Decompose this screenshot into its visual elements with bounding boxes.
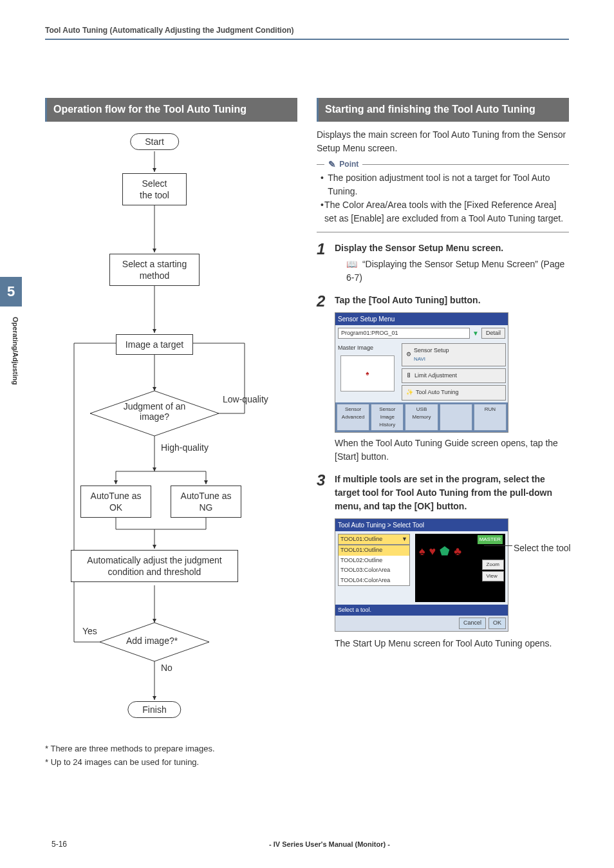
tool-btn-text: Tool Auto Tuning (416, 388, 459, 397)
cancel-button[interactable]: Cancel (459, 618, 486, 629)
limit-btn-text: Limit Adjustment (414, 372, 457, 381)
tool-option-2[interactable]: TOOL02:Outline (339, 556, 409, 566)
limit-icon: 🎚 (406, 372, 412, 381)
master-image-label: Master Image (338, 344, 397, 353)
flowchart: Start Select the tool Select a starting … (45, 127, 297, 739)
running-header: Tool Auto Tuning (Automatically Adjustin… (45, 26, 569, 40)
step-1: 1 Display the Sensor Setup Menu screen. … (317, 241, 569, 285)
flow-autotune-ok-text: AutoTune as OK (91, 491, 142, 513)
ok-button[interactable]: OK (488, 618, 506, 629)
flow-judgment-label: Judgment of an image? (117, 401, 192, 422)
right-section-title: Starting and finishing the Tool Auto Tun… (317, 98, 569, 122)
flow-autotune-ng-text: AutoTune as NG (181, 491, 232, 513)
page-number: 5-16 (51, 840, 90, 849)
book-icon: 📖 (346, 259, 357, 269)
usb-memory-button[interactable]: USB Memory (405, 404, 438, 431)
step-2-after: When the Tool Auto Tuning Guide screen o… (335, 437, 569, 464)
sshot2-title: Tool Auto Tuning > Select Tool (335, 519, 508, 531)
select-tool-screenshot: Tool Auto Tuning > Select Tool TOOL01:Ou… (335, 518, 508, 632)
step-2: 2 Tap the [Tool Auto Tuning] button. Sen… (317, 294, 569, 464)
step-2-title: Tap the [Tool Auto Tuning] button. (335, 294, 569, 307)
page-footer: 5-16 - IV Series User's Manual (Monitor)… (51, 840, 569, 849)
prompt-bar: Select a tool. (335, 605, 508, 616)
sensor-setup-navi-button[interactable]: ⚙ Sensor Setup NAVI (402, 343, 506, 366)
dropdown-icon[interactable]: ▼ (472, 328, 479, 338)
doc-title: - IV Series User's Manual (Monitor) - (90, 840, 569, 848)
flow-high-quality-label: High-quality (161, 442, 209, 453)
point-1: The position adjustment tool is not a ta… (328, 171, 565, 198)
step-3-after: The Start Up Menu screen for Tool Auto T… (335, 637, 569, 650)
flow-select-method-text: Select a starting method (122, 259, 187, 281)
blank-button[interactable] (440, 404, 472, 431)
tool-auto-tuning-button[interactable]: ✨Tool Auto Tuning (402, 385, 506, 401)
zoom-button[interactable]: Zoom (482, 560, 504, 570)
step-1-number: 1 (317, 241, 331, 285)
point-2: The Color Area/Area tools with the [Fixe… (324, 198, 565, 225)
limit-adjustment-button[interactable]: 🎚Limit Adjustment (402, 368, 506, 384)
navi-btn-text: Sensor Setup (414, 346, 449, 355)
chevron-down-icon: ▼ (402, 535, 407, 544)
flow-select-method: Select a starting method (109, 254, 200, 286)
tool-option-4[interactable]: TOOL04:ColorArea (339, 576, 409, 586)
sshot1-title: Sensor Setup Menu (335, 313, 508, 325)
lead-text: Displays the main screen for Tool Auto T… (317, 128, 569, 155)
point-label: ✎ Point (324, 158, 362, 169)
flow-adjust-text: Automatically adjust the judgment condit… (87, 555, 221, 577)
navi-icon: ⚙ (406, 350, 411, 359)
flow-finish: Finish (127, 701, 181, 718)
flow-low-quality-label: Low-quality (223, 394, 268, 404)
flow-autotune-ok: AutoTune as OK (80, 486, 151, 518)
note-2: * Up to 24 images can be used for tuning… (45, 756, 297, 769)
view-button[interactable]: View (482, 571, 504, 581)
master-image-preview: ♠ (340, 355, 395, 392)
sensor-advanced-button[interactable]: Sensor Advanced (337, 404, 369, 431)
point-label-text: Point (339, 160, 358, 169)
flow-select-tool: Select the tool (122, 173, 187, 205)
point-icon: ✎ (328, 159, 336, 169)
step-2-number: 2 (317, 294, 331, 464)
program-dropdown[interactable]: Program01:PROG_01 (338, 328, 470, 339)
step-1-ref-text: “Displaying the Sensor Setup Menu Screen… (346, 259, 564, 283)
tool-select-dropdown[interactable]: TOOL01:Outline▼ (338, 534, 410, 545)
selected-tool-text: TOOL01:Outline (340, 535, 382, 544)
sensor-history-button[interactable]: Sensor Image History (371, 404, 404, 431)
step-3-title: If multiple tools are set in the program… (335, 473, 569, 513)
callout-line (484, 545, 512, 546)
flow-notes: * There are three methods to prepare ima… (45, 742, 297, 769)
callout-label: Select the tool (514, 542, 571, 555)
flow-select-tool-text: Select the tool (140, 178, 169, 200)
tuning-icon: ✨ (406, 388, 413, 397)
flow-start: Start (130, 133, 179, 150)
flow-judgment-text: Judgment of an image? (124, 401, 186, 422)
tool-option-1[interactable]: TOOL01:Outline (339, 545, 409, 556)
tool-option-3[interactable]: TOOL03:ColorArea (339, 565, 409, 576)
run-button[interactable]: RUN (474, 404, 507, 431)
step-1-ref: 📖 “Displaying the Sensor Setup Menu Scre… (346, 258, 569, 285)
point-box: ✎ Point •The position adjustment tool is… (317, 164, 569, 232)
master-badge: MASTER (478, 535, 503, 544)
flow-autotune-ng: AutoTune as NG (171, 486, 241, 518)
step-1-title: Display the Sensor Setup Menu screen. (335, 241, 569, 255)
navi-sublabel: NAVI (414, 355, 449, 363)
sensor-setup-screenshot: Sensor Setup Menu Program01:PROG_01 ▼ De… (335, 312, 508, 433)
flow-adjust: Automatically adjust the judgment condit… (71, 550, 238, 582)
flow-image-target: Image a target (116, 334, 193, 355)
step-3-number: 3 (317, 473, 331, 650)
note-1: * There are three methods to prepare ima… (45, 742, 297, 756)
detail-button[interactable]: Detail (481, 328, 505, 339)
flow-yes-label: Yes (82, 626, 97, 636)
step-3: 3 If multiple tools are set in the progr… (317, 473, 569, 650)
left-section-title: Operation flow for the Tool Auto Tuning (45, 98, 297, 122)
flow-add-image-label: Add image?* (126, 636, 178, 646)
flow-no-label: No (161, 663, 172, 673)
